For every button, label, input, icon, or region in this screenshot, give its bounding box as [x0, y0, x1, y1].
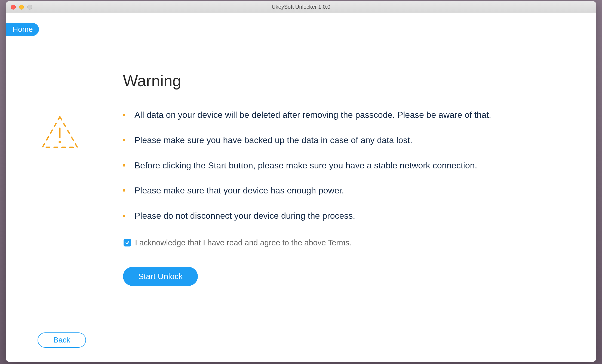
content-area: Home Warning All data on your device wil… [6, 13, 596, 362]
acknowledge-checkbox[interactable] [124, 239, 131, 246]
warning-list: All data on your device will be deleted … [123, 109, 569, 222]
svg-point-1 [59, 141, 61, 143]
list-item: Before clicking the Start button, please… [123, 159, 569, 172]
close-icon[interactable] [11, 5, 16, 10]
acknowledge-row: I acknowledge that I have read and agree… [123, 238, 569, 247]
titlebar: UkeySoft Unlocker 1.0.0 [6, 1, 596, 13]
window-title: UkeySoft Unlocker 1.0.0 [6, 4, 596, 10]
minimize-icon[interactable] [19, 5, 24, 10]
list-item: All data on your device will be deleted … [123, 109, 569, 121]
list-item: Please do not disconnect your device dur… [123, 210, 569, 222]
warning-triangle-icon [38, 112, 82, 155]
home-tab[interactable]: Home [6, 23, 39, 36]
list-item: Please make sure you have backed up the … [123, 134, 569, 146]
main-area: Warning All data on your device will be … [123, 72, 569, 286]
maximize-icon [27, 5, 32, 10]
start-unlock-button[interactable]: Start Unlock [123, 267, 198, 286]
app-window: UkeySoft Unlocker 1.0.0 Home Warning All… [6, 1, 596, 362]
acknowledge-label: I acknowledge that I have read and agree… [135, 238, 352, 247]
window-controls [6, 5, 32, 10]
back-button[interactable]: Back [38, 332, 86, 348]
list-item: Please make sure that your device has en… [123, 184, 569, 197]
page-title: Warning [123, 72, 569, 90]
